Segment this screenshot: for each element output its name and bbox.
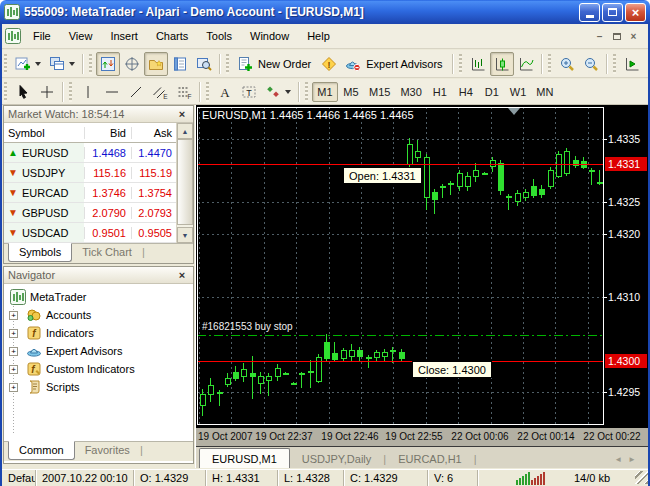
text-label-tool-button[interactable]: T [237,80,261,104]
expand-plus-icon[interactable]: + [9,365,18,374]
new-order-button[interactable]: New Order [233,52,317,76]
arrows-tool-button[interactable] [261,80,295,104]
menu-window[interactable]: Window [241,27,298,45]
tree-item-custom-indicators[interactable]: +fCustom Indicators [4,360,193,378]
bars-mode-icon [470,56,486,72]
toolbar-grip[interactable] [4,54,7,74]
minimize-button[interactable] [579,3,600,22]
timeframe-w1-button[interactable]: W1 [505,82,532,102]
metaeditor-button[interactable]: ! [317,52,341,76]
timeframe-m5-button[interactable]: M5 [338,82,364,102]
price-down-arrow-icon: ▼ [8,168,18,178]
horizontal-line-tool-button[interactable] [100,80,124,104]
chart-area[interactable]: EURUSD,M1 1.4465 1.4466 1.4465 1.44651.4… [196,105,648,446]
toolbar-grip[interactable] [548,54,551,74]
menu-view[interactable]: View [60,27,102,45]
zoom-out-button[interactable] [579,52,603,76]
text-tool-button[interactable]: A [213,80,237,104]
timeframe-d1-button[interactable]: D1 [479,82,505,102]
chart-ohlc-header: EURUSD,M1 1.4465 1.4466 1.4465 1.4465 [202,109,414,121]
navigator-toggle[interactable] [144,52,168,76]
toolbar-grip[interactable] [305,82,308,102]
equidistant-channel-tool-button[interactable]: E [148,80,172,104]
time-axis[interactable]: 19 Oct 200719 Oct 22:3719 Oct 22:4619 Oc… [196,427,648,446]
menu-insert[interactable]: Insert [101,27,147,45]
menu-tools[interactable]: Tools [197,27,241,45]
expert-advisors-button[interactable]: Expert Advisors [341,52,448,76]
toolbar-grip[interactable] [206,82,209,102]
toolbar-grip[interactable] [69,82,72,102]
bar-chart-mode-button[interactable] [466,52,490,76]
tree-item-expert-advisors[interactable]: +Expert Advisors [4,342,193,360]
resize-grip[interactable] [635,471,648,484]
close-button[interactable]: × [625,3,646,22]
new-chart-button[interactable] [11,52,45,76]
toolbar-grip[interactable] [226,54,229,74]
toolbar-grip[interactable] [89,54,92,74]
scroll-up-icon[interactable]: ▲ [177,123,193,139]
vertical-line-tool-button[interactable] [76,80,100,104]
expand-plus-icon[interactable]: + [9,329,18,338]
maximize-button[interactable] [602,3,623,22]
data-window-button[interactable] [120,52,144,76]
timeframe-m15-button[interactable]: M15 [364,82,395,102]
crosshair-tool-button[interactable] [35,80,59,104]
navigator-close-icon[interactable]: × [175,269,189,281]
strategy-tester-toggle[interactable] [192,52,216,76]
timeframe-h1-button[interactable]: H1 [427,82,453,102]
trendline-tool-button[interactable] [124,80,148,104]
mdi-minimize-button[interactable]: – [591,29,608,44]
toolbar-grip[interactable] [459,54,462,74]
scrollbar-thumb[interactable] [177,139,193,225]
market-watch-scrollbar[interactable]: ▲ ▼ [176,123,193,243]
symbol-row-eurcad[interactable]: ▼EURCAD1.37461.3754 [4,183,176,203]
symbol-row-usdcad[interactable]: ▼USDCAD0.95010.9505 [4,223,176,243]
symbol-row-gbpusd[interactable]: ▼GBPUSD2.07902.0793 [4,203,176,223]
navigator-tab-favorites[interactable]: Favorites [75,442,140,459]
toolbar-grip[interactable] [4,82,7,102]
timeframe-m30-button[interactable]: M30 [395,82,426,102]
tree-item-scripts[interactable]: +Scripts [4,378,193,396]
mdi-close-button[interactable]: × [625,29,642,44]
zoom-in-button[interactable] [555,52,579,76]
profiles-button[interactable] [45,52,79,76]
scroll-down-icon[interactable]: ▼ [177,227,193,243]
line-chart-mode-button[interactable] [514,52,538,76]
tree-item-accounts[interactable]: +Accounts [4,306,193,324]
expand-plus-icon[interactable]: + [9,383,18,392]
symbol-row-usdjpy[interactable]: ▼USDJPY115.16115.19 [4,163,176,183]
market-watch-tab-symbols[interactable]: Symbols [8,243,72,262]
toolbar-grip[interactable] [613,54,616,74]
fibonacci-tool-button[interactable]: F [172,80,196,104]
expand-plus-icon[interactable]: + [9,311,18,320]
timeframe-mn-button[interactable]: MN [531,82,558,102]
candle-chart-mode-button[interactable] [490,52,514,76]
tab-scroll-arrows[interactable]: ◄► [608,455,648,468]
chart-tab-usdjpy-daily[interactable]: USDJPY,Daily [290,450,384,468]
expand-plus-icon[interactable]: + [9,347,18,356]
tree-root-metatrader[interactable]: MetaTrader [4,288,193,306]
tree-item-indicators[interactable]: +fIndicators [4,324,193,342]
candle [208,386,213,395]
chart-tab-eurusd-m1[interactable]: EURUSD,M1 [199,448,290,468]
market-watch-table: SymbolBidAsk▲EURUSD1.44681.4470▼USDJPY11… [4,123,193,243]
market-watch-tab-tick-chart[interactable]: Tick Chart [72,244,142,261]
timeframe-h4-button[interactable]: H4 [453,82,479,102]
autoscroll-button[interactable] [620,52,644,76]
market-watch-close-icon[interactable]: × [175,108,189,120]
cursor-tool-button[interactable] [11,80,35,104]
candle [556,155,561,177]
chart-tab-eurcad-h1[interactable]: EURCAD,H1 [386,450,474,468]
mdi-restore-button[interactable] [608,29,625,44]
menu-charts[interactable]: Charts [147,27,197,45]
menu-file[interactable]: File [24,27,60,45]
timeframe-m1-button[interactable]: M1 [312,82,338,102]
navigator-tab-common[interactable]: Common [8,441,75,460]
candle [349,351,354,357]
symbol-row-eurusd[interactable]: ▲EURUSD1.44681.4470 [4,143,176,163]
menu-help[interactable]: Help [298,27,339,45]
terminal-toggle[interactable] [168,52,192,76]
chart-canvas[interactable] [196,105,648,446]
status-bar-open: O: 1.4329 [134,470,206,486]
market-watch-toggle[interactable] [96,52,120,76]
